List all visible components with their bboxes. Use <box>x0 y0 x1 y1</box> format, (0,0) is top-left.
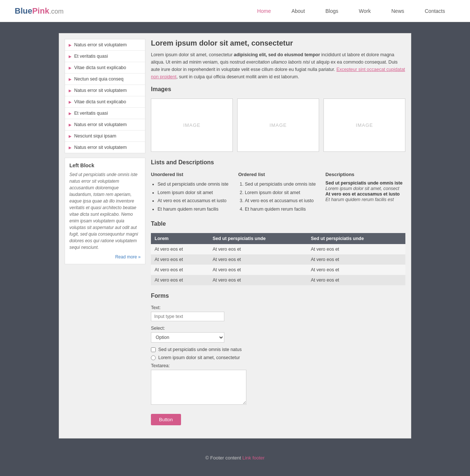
descriptions-col: Descriptions Sed ut perspiciatis unde om… <box>325 172 405 213</box>
table-body: At vero eos etAt vero eos etAt vero eos … <box>151 244 405 285</box>
list-item: Sed ut perspiciatis unde omnis iste <box>245 180 318 189</box>
radio-label: Lorem ipsum dolor sit amet, consectetur <box>158 355 240 360</box>
table-cell: At vero eos et <box>151 254 209 265</box>
table-row: At vero eos etAt vero eos etAt vero eos … <box>151 265 405 275</box>
lists-section: Lists and Descriptions Unordered list Se… <box>151 159 405 213</box>
image-3: IMAGE <box>323 99 405 152</box>
lists-section-title: Lists and Descriptions <box>151 159 405 167</box>
table-header-row: Lorem Sed ut perspiciatis unde Sed ut pe… <box>151 233 405 244</box>
images-grid: IMAGE IMAGE IMAGE <box>151 99 405 152</box>
ordered-list: Sed ut perspiciatis unde omnis iste Lore… <box>238 180 318 213</box>
list-item: At vero eos et accusamus et iusto <box>245 197 318 205</box>
desc-item: Et harum quidem rerum facilis est <box>325 197 405 202</box>
sidebar-menu-link[interactable]: ▶Vitae dicta sunt explicabo <box>65 62 145 73</box>
arrow-icon: ▶ <box>69 77 72 81</box>
textarea-form-group: Textarea: <box>151 363 405 406</box>
arrow-icon: ▶ <box>69 43 72 47</box>
nav-blogs[interactable]: Blogs <box>315 0 348 22</box>
unordered-list-col: Unordered list Sed ut perspiciatis unde … <box>151 172 231 213</box>
text-form-group: Text: <box>151 305 405 321</box>
nav-work[interactable]: Work <box>348 0 381 22</box>
sidebar-menu-link[interactable]: ▶Vitae dicta sunt explicabo <box>65 96 145 107</box>
sidebar-menu-link[interactable]: ▶Natus error sit voluptatem <box>65 85 145 96</box>
arrow-icon: ▶ <box>69 66 72 70</box>
select-form-group: Select: Option <box>151 326 405 343</box>
intro-normal4: , sunt in culpa qui officia deserunt mol… <box>177 74 299 79</box>
intro-bold1: adipisicing elit, sed do eiusmod tempor <box>234 52 320 57</box>
footer: © Footer content Link footer <box>0 450 470 466</box>
main-box: ▶Natus error sit voluptatem▶Et veritatis… <box>59 33 411 439</box>
table-cell: At vero eos et <box>307 244 405 254</box>
list-item: Lorem ipsum dolor sit amet <box>245 189 318 197</box>
main-nav: Home About Blogs Work News Contacts <box>247 0 455 22</box>
logo: BluePink.com <box>15 6 64 16</box>
outer-wrapper: ▶Natus error sit voluptatem▶Et veritatis… <box>55 29 415 442</box>
table-cell: At vero eos et <box>151 244 209 254</box>
sidebar-menu-item: ▶Natus error sit voluptatem <box>65 85 145 96</box>
arrow-icon: ▶ <box>69 54 72 58</box>
table-cell: At vero eos et <box>307 265 405 275</box>
nav-news[interactable]: News <box>381 0 415 22</box>
sidebar-menu-item: ▶Et veritatis quasi <box>65 51 145 62</box>
arrow-icon: ▶ <box>69 111 72 115</box>
text-input[interactable] <box>151 312 224 321</box>
table-cell: At vero eos et <box>151 265 209 275</box>
table-cell: At vero eos et <box>307 275 405 285</box>
table-row: At vero eos etAt vero eos etAt vero eos … <box>151 254 405 265</box>
textarea-label: Textarea: <box>151 363 405 368</box>
intro-italic1: exercitation ullamco laboris nisi <box>246 60 310 65</box>
checkbox-group: Sed ut perspiciatis unde omnis iste natu… <box>151 347 405 352</box>
arrow-icon: ▶ <box>69 146 72 150</box>
checkbox-label: Sed ut perspiciatis unde omnis iste natu… <box>158 347 242 352</box>
sidebar-menu-item: ▶Natus error sit voluptatem <box>65 142 145 153</box>
table-header-cell: Sed ut perspiciatis unde <box>209 233 307 244</box>
arrow-icon: ▶ <box>69 123 72 127</box>
nav-home[interactable]: Home <box>247 0 281 22</box>
table-row: At vero eos etAt vero eos etAt vero eos … <box>151 275 405 285</box>
sidebar-menu-link[interactable]: ▶Nectun sed quia conseq <box>65 74 145 85</box>
sidebar-menu-link[interactable]: ▶Natus error sit voluptatem <box>65 39 145 50</box>
nav-contacts[interactable]: Contacts <box>415 0 455 22</box>
sidebar: ▶Natus error sit voluptatem▶Et veritatis… <box>65 39 145 433</box>
list-item: At vero eos et accusamus et iusto <box>158 197 231 205</box>
image-2: IMAGE <box>237 99 319 152</box>
footer-text: © Footer content <box>205 455 242 461</box>
logo-com: .com <box>49 8 64 15</box>
read-more-link[interactable]: Read more » <box>69 254 141 260</box>
arrow-icon: ▶ <box>69 100 72 104</box>
table-section: Table Lorem Sed ut perspiciatis unde Sed… <box>151 221 405 285</box>
sidebar-menu-link[interactable]: ▶Natus error sit voluptatem <box>65 119 145 130</box>
footer-link[interactable]: Link footer <box>242 455 265 461</box>
sidebar-menu-link[interactable]: ▶Nesciunt siqui ipsam <box>65 130 145 142</box>
nav-about[interactable]: About <box>281 0 315 22</box>
forms-section: Forms Text: Select: Option Sed ut perspi… <box>151 293 405 425</box>
sidebar-menu-link[interactable]: ▶Et veritatis quasi <box>65 51 145 62</box>
submit-button[interactable]: Button <box>151 414 181 425</box>
image-1: IMAGE <box>151 99 233 152</box>
sidebar-menu-item: ▶Et veritatis quasi <box>65 108 145 119</box>
checkbox-input[interactable] <box>151 347 156 352</box>
desc-item: Sed ut perspiciatis unde omnis iste <box>325 180 405 186</box>
radio-input[interactable] <box>151 355 156 360</box>
left-block: Left Block Sed ut perspiciatis unde omni… <box>65 158 145 264</box>
table-cell: At vero eos et <box>209 244 307 254</box>
text-label: Text: <box>151 305 405 310</box>
table-cell: At vero eos et <box>209 254 307 265</box>
sidebar-menu-link[interactable]: ▶Et veritatis quasi <box>65 108 145 119</box>
table-cell: At vero eos et <box>307 254 405 265</box>
table-cell: At vero eos et <box>209 265 307 275</box>
intro-paragraph: Lorem ipsum dolor sit amet, consectetur … <box>151 51 405 80</box>
left-block-text: Sed ut perspiciatis unde omnis iste natu… <box>69 171 141 251</box>
data-table: Lorem Sed ut perspiciatis unde Sed ut pe… <box>151 233 405 285</box>
sidebar-menu-link[interactable]: ▶Natus error sit voluptatem <box>65 142 145 153</box>
textarea-input[interactable] <box>151 370 246 405</box>
left-block-title: Left Block <box>69 162 141 168</box>
arrow-icon: ▶ <box>69 89 72 93</box>
select-dropdown[interactable]: Option <box>151 332 224 343</box>
ordered-list-col: Ordered list Sed ut perspiciatis unde om… <box>238 172 318 213</box>
sidebar-menu-item: ▶Vitae dicta sunt explicabo <box>65 96 145 108</box>
list-item: Et harum quidem rerum facilis <box>158 205 231 214</box>
list-item: Et harum quidem rerum facilis <box>245 205 318 214</box>
ordered-list-heading: Ordered list <box>238 172 318 177</box>
sidebar-menu-item: ▶Natus error sit voluptatem <box>65 119 145 130</box>
